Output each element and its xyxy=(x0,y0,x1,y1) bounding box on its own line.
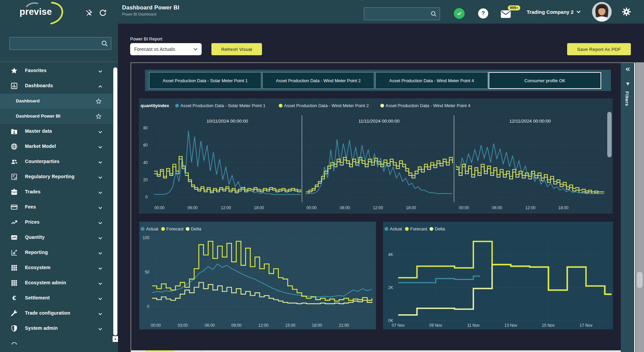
sidebar-item-system-admin[interactable]: System admin xyxy=(0,321,113,336)
svg-text:06:00: 06:00 xyxy=(205,323,215,328)
sidebar-item-trade-configuration[interactable]: Trade configuration xyxy=(0,306,113,321)
logo-yellow-arc-icon xyxy=(49,1,67,24)
app-scrollbar-thumb[interactable] xyxy=(637,272,643,288)
sidebar-subitem-dashboard[interactable]: Dashboard xyxy=(0,94,113,109)
report-tab-consumer-profile-ok[interactable]: Consumer profile OK xyxy=(489,72,601,89)
search-icon xyxy=(430,10,437,17)
chevron-down-icon xyxy=(98,281,103,287)
sidebar-item-label: Favorites xyxy=(25,68,47,73)
sidebar-item-label: Fees xyxy=(25,204,36,210)
svg-text:09:00: 09:00 xyxy=(231,323,241,328)
sidebar-item-dashboards[interactable]: Dashboards xyxy=(0,78,113,93)
expand-filters-icon[interactable] xyxy=(625,67,630,71)
svg-text:11/11/2024 00:00:00: 11/11/2024 00:00:00 xyxy=(358,119,400,124)
trend-up-icon xyxy=(10,219,18,226)
sidebar-item-counterparties[interactable]: Counterparties xyxy=(0,154,113,169)
sidebar-item-favorites[interactable]: Favorites xyxy=(0,63,113,78)
sidebar-item-reporting[interactable]: Reporting xyxy=(0,245,113,260)
chevron-down-icon xyxy=(98,205,103,211)
report-page-tabs-strip[interactable] xyxy=(131,350,621,352)
chevron-down-icon xyxy=(98,311,103,317)
svg-text:0K: 0K xyxy=(388,318,393,323)
users-icon xyxy=(10,158,18,165)
status-ok-icon[interactable] xyxy=(454,8,465,19)
chevron-down-icon xyxy=(98,174,103,181)
chevron-down-icon xyxy=(98,250,103,256)
svg-text:12:00: 12:00 xyxy=(373,205,383,210)
grid-icon xyxy=(10,279,18,287)
filters-panel[interactable]: Filters xyxy=(621,63,635,352)
sidebar-scrollbar-thumb[interactable] xyxy=(113,67,117,335)
page-title: Dashboard Power BI xyxy=(122,4,179,11)
sidebar-item-ecosystem-admin[interactable]: Ecosystem admin xyxy=(0,276,113,290)
messages-button[interactable]: 999+ xyxy=(500,7,519,21)
app-scrollbar[interactable] xyxy=(636,62,644,352)
header-search xyxy=(364,7,440,20)
report-select[interactable]: Forecast vs Actuals xyxy=(130,43,202,55)
chevron-down-icon xyxy=(194,48,198,51)
sidebar-scrollbar-down-arrow[interactable]: ▼ xyxy=(113,336,118,342)
sidebar-item-market-model[interactable]: Market Model xyxy=(0,139,113,154)
sidebar-item-quantity[interactable]: Quantity xyxy=(0,230,113,245)
sidebar-item-label: Ecosystem admin xyxy=(25,280,66,285)
chevron-down-icon xyxy=(576,10,581,13)
chevron-down-icon xyxy=(98,235,103,241)
svg-text:100: 100 xyxy=(143,235,149,240)
chart-actual-forecast-daily: ActualForecastDelta10050000:0003:0006:00… xyxy=(139,221,376,330)
svg-text:00:00: 00:00 xyxy=(151,323,161,328)
sidebar-subitem-dashboard-power-bi[interactable]: Dashboard Power BI xyxy=(0,109,113,124)
refresh-button[interactable] xyxy=(98,8,108,18)
sidebar-item-settlement[interactable]: €Settlement xyxy=(0,291,113,306)
svg-text:0: 0 xyxy=(147,304,149,309)
company-menu[interactable]: Trading Company 2 xyxy=(527,0,581,24)
sidebar-item-label: Ecosystem xyxy=(25,265,51,270)
star-outline-icon[interactable] xyxy=(95,98,102,106)
svg-text:2K: 2K xyxy=(388,285,393,290)
page-title-block: Dashboard Power BI Power BI Dashboard xyxy=(122,4,179,16)
svg-text:Delta: Delta xyxy=(191,226,201,231)
sidebar-item-regulatory-reporting[interactable]: Regulatory Reporting xyxy=(0,169,113,184)
doc-check-icon xyxy=(10,173,18,181)
sidebar-search-input[interactable] xyxy=(10,41,101,46)
svg-text:12:00: 12:00 xyxy=(221,205,231,210)
svg-text:80: 80 xyxy=(143,126,148,130)
sidebar-item-master-data[interactable]: Master data xyxy=(0,124,113,139)
gear-icon xyxy=(622,7,631,17)
wrench-icon xyxy=(10,310,18,317)
chevron-down-icon xyxy=(98,68,103,74)
report-tab-asset-production-data-wind-meter-point-2[interactable]: Asset Production Data - Wind Meter Point… xyxy=(262,72,374,89)
settings-button[interactable] xyxy=(622,7,631,17)
chevron-down-icon xyxy=(98,144,103,150)
sidebar-search xyxy=(9,37,111,50)
report-select-label: Power BI Report xyxy=(130,36,162,41)
sidebar-item-fees[interactable]: Fees xyxy=(0,200,113,215)
sidebar-item-trades[interactable]: Trades xyxy=(0,185,113,199)
sidebar-item-item[interactable] xyxy=(0,336,113,351)
svg-text:21:00: 21:00 xyxy=(339,323,349,328)
svg-text:09 Nov: 09 Nov xyxy=(429,323,442,328)
unpin-button[interactable] xyxy=(84,8,94,18)
report-inner-scrollbar-thumb[interactable] xyxy=(607,112,612,157)
star-outline-icon[interactable] xyxy=(95,113,102,121)
sidebar-item-label: Regulatory Reporting xyxy=(25,174,75,179)
svg-text:40: 40 xyxy=(143,160,148,165)
svg-text:03:00: 03:00 xyxy=(178,323,188,328)
sidebar-divider xyxy=(0,62,118,62)
sidebar-item-prices[interactable]: Prices xyxy=(0,215,113,230)
sidebar-item-label: Trades xyxy=(25,189,40,194)
circle-partial-icon xyxy=(10,340,18,347)
filter-icon[interactable] xyxy=(625,82,630,87)
report-tab-asset-production-data-wind-meter-point-4[interactable]: Asset Production Data - Wind Meter Point… xyxy=(375,72,488,89)
help-icon[interactable]: ? xyxy=(478,8,488,19)
refresh-icon xyxy=(99,9,107,17)
sidebar-item-ecosystem[interactable]: Ecosystem xyxy=(0,260,113,275)
save-report-pdf-button[interactable]: Save Report As PDF xyxy=(567,43,631,55)
svg-text:12:00: 12:00 xyxy=(258,323,268,328)
avatar[interactable] xyxy=(592,2,612,22)
report-tab-asset-production-data-solar-meter-point-1[interactable]: Asset Production Data - Solar Meter Poin… xyxy=(149,72,261,89)
star-icon xyxy=(10,67,18,74)
refresh-visual-button[interactable]: Refresh Visual xyxy=(211,43,262,55)
header-search-input[interactable] xyxy=(364,11,430,17)
sidebar-item-label: Settlement xyxy=(25,295,50,300)
svg-text:18:00: 18:00 xyxy=(312,323,322,328)
